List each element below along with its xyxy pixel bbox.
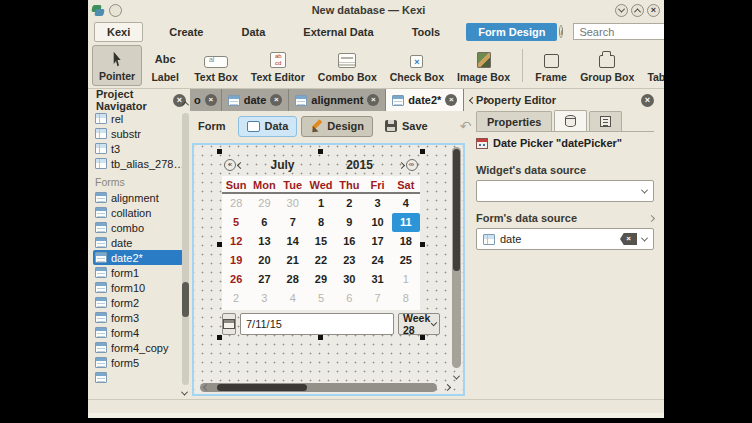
- selection-handle[interactable]: [217, 335, 222, 340]
- nav-item-rel[interactable]: rel: [93, 111, 190, 126]
- selection-handle[interactable]: [217, 242, 222, 247]
- tool-text-editor[interactable]: Text Editor: [245, 45, 311, 86]
- calendar-day[interactable]: 25: [392, 251, 420, 270]
- tab-events[interactable]: [589, 111, 622, 131]
- nav-item-tb-alias-278[interactable]: tb_alias_278…: [93, 156, 190, 171]
- calendar-day[interactable]: 26: [222, 270, 250, 289]
- navigator-scrollbar[interactable]: [182, 113, 189, 385]
- maximize-button[interactable]: [631, 4, 644, 17]
- nav-item-form10[interactable]: form10: [93, 280, 190, 295]
- calendar-day[interactable]: 31: [363, 270, 391, 289]
- selection-handle[interactable]: [217, 149, 222, 154]
- calendar-day[interactable]: 20: [250, 251, 278, 270]
- selection-handle[interactable]: [318, 335, 323, 340]
- data-view-button[interactable]: Data: [238, 116, 298, 137]
- document-tab-alignment[interactable]: alignment: [289, 89, 386, 111]
- calendar-month-label[interactable]: July: [245, 158, 320, 172]
- nav-item-date2[interactable]: date2*: [93, 250, 183, 265]
- nav-item-date[interactable]: date: [93, 235, 190, 250]
- tab-properties[interactable]: Properties: [476, 111, 552, 131]
- calendar-day[interactable]: 2: [335, 194, 363, 213]
- nav-item-form2[interactable]: form2: [93, 295, 190, 310]
- tab-close-icon[interactable]: [445, 94, 457, 106]
- form-design-canvas[interactable]: July 2015 SunMonTueWedThuFriSat 28293012…: [192, 143, 465, 396]
- calendar-day[interactable]: 8: [307, 213, 335, 232]
- tool-frame[interactable]: Frame: [529, 45, 573, 86]
- previous-year-icon[interactable]: [224, 159, 236, 171]
- menu-tab-form-design[interactable]: Form Design: [466, 23, 557, 41]
- menu-tab-tools[interactable]: Tools: [400, 23, 453, 41]
- calendar-year-label[interactable]: 2015: [322, 158, 397, 172]
- nav-item-combo[interactable]: combo: [93, 220, 190, 235]
- nav-item-form3[interactable]: form3: [93, 310, 190, 325]
- info-icon[interactable]: i: [559, 25, 563, 38]
- navigator-scroll-down-icon[interactable]: [181, 389, 188, 396]
- canvas-horizontal-scrollbar[interactable]: [200, 383, 437, 392]
- calendar-day[interactable]: 14: [279, 232, 307, 251]
- window-menu-button[interactable]: [109, 4, 122, 17]
- menu-tab-external-data[interactable]: External Data: [291, 23, 385, 41]
- tab-close-icon[interactable]: [367, 94, 379, 106]
- calendar-day[interactable]: 27: [250, 270, 278, 289]
- nav-item-form1[interactable]: form1: [93, 265, 190, 280]
- selection-handle[interactable]: [420, 149, 425, 154]
- calendar-day[interactable]: 23: [335, 251, 363, 270]
- form-data-source-combo[interactable]: date: [476, 228, 654, 250]
- property-editor-close-icon[interactable]: [641, 94, 654, 107]
- calendar-day[interactable]: 22: [307, 251, 335, 270]
- save-button[interactable]: Save: [377, 116, 436, 137]
- calendar-day[interactable]: 3: [363, 194, 391, 213]
- selection-handle[interactable]: [420, 335, 425, 340]
- calendar-day[interactable]: 7: [363, 289, 391, 308]
- clear-value-icon[interactable]: [620, 233, 637, 245]
- nav-item-collation[interactable]: collation: [93, 205, 190, 220]
- calendar-day[interactable]: 30: [279, 194, 307, 213]
- tab-close-icon[interactable]: [270, 94, 282, 106]
- expander-icon[interactable]: [648, 214, 655, 221]
- minimize-button[interactable]: [615, 4, 628, 17]
- selection-handle[interactable]: [318, 149, 323, 154]
- document-tab-date2[interactable]: date2*: [386, 89, 464, 111]
- tool-group-box[interactable]: Group Box: [574, 45, 640, 86]
- document-tab-partial[interactable]: o: [190, 89, 222, 111]
- canvas-vertical-scrollbar[interactable]: [452, 147, 461, 368]
- datepicker-widget[interactable]: July 2015 SunMonTueWedThuFriSat 28293012…: [222, 154, 420, 335]
- calendar-day[interactable]: 17: [363, 232, 391, 251]
- horizontal-scrollbar-thumb[interactable]: [217, 384, 307, 391]
- previous-month-icon[interactable]: [237, 161, 244, 168]
- nav-item-t3[interactable]: t3: [93, 141, 190, 156]
- widget-data-source-combo[interactable]: [476, 180, 654, 202]
- next-year-icon[interactable]: [406, 159, 418, 171]
- calendar-day[interactable]: 1: [392, 270, 420, 289]
- calendar-day[interactable]: 1: [307, 194, 335, 213]
- date-input[interactable]: [240, 313, 394, 335]
- scroll-right-icon[interactable]: [444, 384, 451, 391]
- calendar-day[interactable]: 5: [222, 213, 250, 232]
- nav-item-substr[interactable]: substr: [93, 126, 190, 141]
- vertical-scrollbar-thumb[interactable]: [453, 149, 460, 271]
- calendar-day[interactable]: 29: [250, 194, 278, 213]
- document-tab-date[interactable]: date: [222, 89, 290, 111]
- scroll-down-icon[interactable]: [453, 373, 460, 380]
- calendar-day[interactable]: 11: [392, 213, 420, 232]
- tool-combo-box[interactable]: Combo Box: [312, 45, 383, 86]
- tool-image-box[interactable]: Image Box: [451, 45, 516, 86]
- menu-tab-kexi[interactable]: Kexi: [94, 22, 143, 42]
- calendar-day[interactable]: 12: [222, 232, 250, 251]
- calendar-day[interactable]: 6: [250, 213, 278, 232]
- tab-close-icon[interactable]: [205, 94, 217, 106]
- calendar-day[interactable]: 29: [307, 270, 335, 289]
- tool-text-box[interactable]: Text Box: [188, 45, 244, 86]
- calendar-day[interactable]: 4: [392, 194, 420, 213]
- calendar-day[interactable]: 24: [363, 251, 391, 270]
- nav-item-form4-copy[interactable]: form4_copy: [93, 340, 190, 355]
- nav-item-form5[interactable]: form5: [93, 355, 190, 370]
- calendar-day[interactable]: 13: [250, 232, 278, 251]
- navigator-scrollbar-thumb[interactable]: [182, 282, 189, 317]
- calendar-day[interactable]: 8: [392, 289, 420, 308]
- tool-pointer[interactable]: Pointer: [92, 45, 142, 86]
- calendar-day[interactable]: 15: [307, 232, 335, 251]
- calendar-popup-button[interactable]: [222, 313, 236, 335]
- calendar-day[interactable]: 4: [279, 289, 307, 308]
- design-view-button[interactable]: Design: [301, 116, 373, 137]
